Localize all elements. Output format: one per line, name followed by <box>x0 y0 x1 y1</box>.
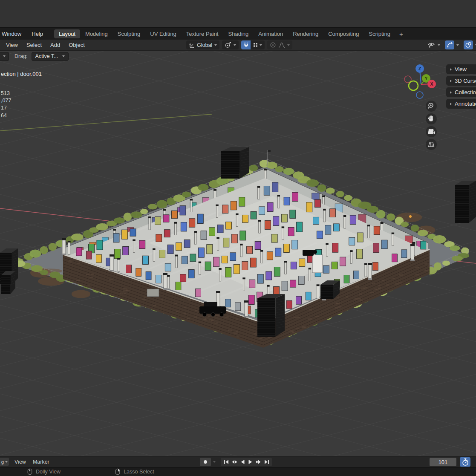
sidebar-tabs: View 3D Cursor Collection Annotation <box>446 64 476 110</box>
orientation-axes-icon <box>189 42 195 48</box>
sidebar-tab-label: Collection <box>455 89 476 95</box>
play-button[interactable] <box>247 458 254 466</box>
gizmos-dropdown[interactable] <box>444 40 460 49</box>
magnet-icon <box>243 42 249 48</box>
active-tool-label: Active T... <box>35 53 58 59</box>
tool-settings-bar: Drag: Active T... <box>0 52 69 61</box>
chevron-down-icon <box>213 461 216 463</box>
pan-button[interactable] <box>426 113 437 124</box>
stopwatch-icon <box>462 458 469 466</box>
menu-view[interactable]: View <box>2 42 22 48</box>
proportional-editing-controls[interactable] <box>267 40 292 49</box>
status-bar: Dolly View Lasso Select <box>0 467 476 476</box>
timeline-partial-label: g <box>1 459 4 464</box>
timeline-menu-marker[interactable]: Marker <box>29 459 53 465</box>
axis-x-label: X <box>430 82 433 87</box>
snapping-controls <box>241 40 265 49</box>
pivot-point-dropdown[interactable] <box>222 40 239 49</box>
chevron-right-icon <box>450 80 452 82</box>
record-controls <box>200 458 216 466</box>
mouse-right-icon <box>115 468 120 475</box>
overlays-dropdown[interactable] <box>463 40 476 49</box>
topbar: Window Help Layout Modeling Sculpting UV… <box>0 28 476 40</box>
active-object-breadcrumb: ection | door.001 <box>1 71 42 77</box>
stat-line: 17 <box>1 105 7 111</box>
sidebar-tab-view[interactable]: View <box>446 64 476 74</box>
current-frame-field[interactable]: 101 <box>430 458 456 466</box>
axis-minus-z-ball[interactable] <box>416 92 423 98</box>
snap-grid-dots-icon <box>253 43 258 47</box>
timeline-menu-view[interactable]: View <box>11 459 29 465</box>
status-hint-dolly: Dolly View <box>27 468 61 475</box>
timeline-partial-dropdown[interactable]: g <box>0 458 9 466</box>
previous-keyframe-button[interactable] <box>231 458 238 466</box>
orientation-label: Global <box>197 42 212 48</box>
tab-sculpting[interactable]: Sculpting <box>113 29 145 38</box>
jump-to-end-button[interactable] <box>263 458 270 466</box>
axis-z-label: Z <box>418 66 421 71</box>
blender-window: Window Help Layout Modeling Sculpting UV… <box>0 0 476 476</box>
tab-shading[interactable]: Shading <box>224 29 254 38</box>
camera-view-button[interactable] <box>426 126 437 137</box>
transform-orientation-dropdown[interactable]: Global <box>186 40 219 49</box>
active-tool-dropdown[interactable]: Active T... <box>32 52 69 61</box>
object-visibility-dropdown[interactable] <box>426 40 441 49</box>
orthographic-toggle-button[interactable] <box>426 139 437 150</box>
overlays-toggle[interactable] <box>464 40 473 49</box>
play-reverse-button[interactable] <box>239 458 246 466</box>
chevron-down-icon <box>3 55 6 57</box>
record-button[interactable] <box>200 458 211 466</box>
mouse-middle-icon <box>27 468 32 475</box>
overlays-sphere-icon <box>465 42 472 48</box>
sidebar-tab-label: 3D Cursor <box>455 78 476 84</box>
menu-select[interactable]: Select <box>22 42 46 48</box>
chevron-down-icon <box>214 44 217 46</box>
sidebar-tab-label: View <box>455 66 467 72</box>
gizmos-toggle[interactable] <box>445 40 454 49</box>
axis-minus-y-ball[interactable] <box>409 81 418 90</box>
sidebar-tab-3d-cursor[interactable]: 3D Cursor <box>446 76 476 86</box>
zoom-button[interactable] <box>426 101 437 112</box>
stat-line: ,077 <box>1 98 11 104</box>
tab-animation[interactable]: Animation <box>254 29 288 38</box>
tab-modeling[interactable]: Modeling <box>81 29 113 38</box>
navigation-gizmo[interactable]: Z Y X <box>401 62 438 103</box>
snap-toggle[interactable] <box>241 40 251 49</box>
menu-object[interactable]: Object <box>64 42 89 48</box>
pivot-icon <box>225 42 231 48</box>
partial-dropdown[interactable] <box>0 52 9 61</box>
jump-to-start-button[interactable] <box>222 458 230 466</box>
sidebar-tab-collection[interactable]: Collection <box>446 87 476 97</box>
menu-window[interactable]: Window <box>0 31 26 37</box>
tab-compositing[interactable]: Compositing <box>323 29 363 38</box>
chevron-down-icon <box>234 44 236 46</box>
menu-add[interactable]: Add <box>46 42 64 48</box>
tab-scripting[interactable]: Scripting <box>364 29 395 38</box>
next-keyframe-button[interactable] <box>255 458 262 466</box>
playback-controls <box>221 458 272 466</box>
gizmo-arc-icon <box>447 42 453 48</box>
eye-visibility-icon <box>427 41 436 49</box>
tab-layout[interactable]: Layout <box>54 29 80 38</box>
header-right-controls <box>426 40 476 49</box>
desktop-strip <box>0 0 476 28</box>
proportional-edit-icon <box>270 42 276 48</box>
chevron-down-icon <box>260 44 262 46</box>
add-workspace-button[interactable]: + <box>395 30 407 38</box>
status-hint-label: Lasso Select <box>124 469 154 475</box>
menu-help[interactable]: Help <box>26 31 48 37</box>
tab-texture-paint[interactable]: Texture Paint <box>182 29 223 38</box>
chevron-right-icon <box>450 103 452 105</box>
axis-y-label: Y <box>425 76 428 81</box>
tab-rendering[interactable]: Rendering <box>288 29 323 38</box>
chevron-down-icon <box>62 55 65 57</box>
sidebar-tab-annotation[interactable]: Annotation <box>446 99 476 109</box>
tab-uv-editing[interactable]: UV Editing <box>145 29 181 38</box>
header-center-controls: Global <box>186 40 292 49</box>
snap-to-dropdown[interactable] <box>251 43 265 47</box>
record-dot-icon <box>204 460 207 464</box>
chevron-down-icon <box>438 44 440 46</box>
auto-keyframe-button[interactable] <box>460 457 470 467</box>
timeline-bar: g View Marker <box>0 456 476 467</box>
chevron-down-icon <box>287 44 290 46</box>
